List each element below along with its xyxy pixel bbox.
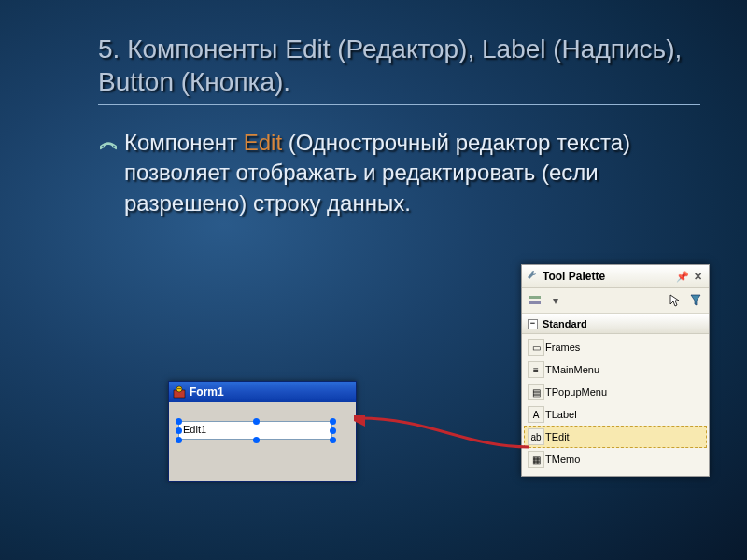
body-before: Компонент [124,130,244,155]
categories-icon[interactable] [528,293,543,308]
phone-icon [98,133,119,152]
form1-title-text: Form1 [190,385,224,399]
palette-item-frames[interactable]: ▭Frames [524,336,707,358]
arrow-icon [354,415,531,453]
form1-titlebar: Form1 [169,382,356,402]
svg-point-3 [179,388,180,389]
wrench-icon [526,269,539,285]
pin-icon[interactable]: 📌 [675,271,690,283]
svg-rect-5 [529,301,541,304]
handle-mr[interactable] [330,427,336,434]
minus-icon[interactable]: − [528,319,538,329]
palette-item-tedit[interactable]: abTEdit [524,426,707,448]
palette-item-label: TMainMenu [545,364,599,375]
handle-tl[interactable] [176,418,182,425]
palette-item-tlabel[interactable]: ATLabel [524,403,707,426]
handle-ml[interactable] [176,427,182,434]
svg-rect-4 [529,296,541,299]
palette-item-tmainmenu[interactable]: ≡TMainMenu [524,358,707,381]
palette-titlebar: Tool Palette 📌 ✕ [522,265,709,288]
tedit-icon: ab [528,428,544,445]
slide-title: 5. Компоненты Edit (Редактор), Label (На… [98,33,700,98]
palette-item-label: TLabel [545,409,577,420]
palette-item-label: TPopupMenu [545,386,607,398]
svg-point-1 [176,386,182,392]
palette-category[interactable]: − Standard [522,314,709,334]
dropdown-icon[interactable]: ▾ [548,293,563,308]
category-label: Standard [543,318,587,329]
handle-bm[interactable] [253,437,260,443]
palette-item-label: TMemo [545,454,580,465]
bullet-paragraph: Компонент Edit (Однострочный редактор те… [98,128,700,218]
palette-item-tmemo[interactable]: ▦TMemo [524,448,707,470]
handle-tm[interactable] [253,418,260,425]
palette-toolbar: ▾ [522,288,709,314]
svg-point-2 [177,388,178,389]
close-icon[interactable]: ✕ [690,271,705,283]
tlabel-icon: A [528,406,544,423]
palette-list: ▭Frames≡TMainMenu▤TPopupMenuATLabelabTEd… [522,334,709,476]
tmainmenu-icon: ≡ [528,361,544,378]
handle-br[interactable] [330,437,336,443]
palette-item-tpopupmenu[interactable]: ▤TPopupMenu [524,381,707,403]
form1-window: Form1 Edit1 [168,381,357,482]
handle-tr[interactable] [330,418,336,425]
body-accent: Edit [244,130,282,155]
palette-title-text: Tool Palette [543,270,605,283]
app-icon [173,385,186,399]
handle-bl[interactable] [176,437,182,443]
palette-item-label: Frames [545,342,580,353]
form1-client: Edit1 [169,402,356,481]
filter-icon[interactable] [688,293,703,308]
cursor-icon[interactable] [668,293,683,308]
tool-palette: Tool Palette 📌 ✕ ▾ − Standard ▭Frames≡TM… [521,264,710,477]
frames-icon: ▭ [528,339,544,356]
tpopupmenu-icon: ▤ [528,384,544,400]
tmemo-icon: ▦ [528,451,544,468]
slide: 5. Компоненты Edit (Редактор), Label (На… [0,0,747,560]
body-block: Компонент Edit (Однострочный редактор те… [98,128,700,218]
title-block: 5. Компоненты Edit (Редактор), Label (На… [98,33,700,105]
palette-item-label: TEdit [545,431,570,442]
